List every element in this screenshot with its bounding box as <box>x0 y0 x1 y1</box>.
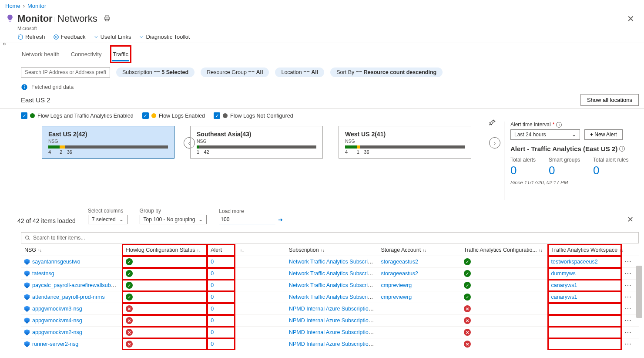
nsg-link[interactable]: paycalc_payroll-azurefirewallsubnet-arr <box>32 282 122 288</box>
show-all-locations-button[interactable]: Show all locations <box>580 94 639 106</box>
subscription-link[interactable]: Network Traffic Analytics Subscription 3 <box>289 282 377 288</box>
col-subscription[interactable]: Subscription↑↓ <box>285 244 377 256</box>
select-columns-dropdown[interactable]: 7 selected⌄ <box>88 215 127 224</box>
total-alerts-label: Total alerts <box>510 157 536 163</box>
alert-link[interactable]: 0 <box>211 306 214 312</box>
col-nsg[interactable]: NSG↑↓ <box>21 244 122 256</box>
col-alert[interactable]: Alert <box>207 244 235 256</box>
nsg-link[interactable]: runner-server2-nsg <box>32 341 78 347</box>
row-actions-button[interactable]: ··· <box>625 341 632 347</box>
refresh-button[interactable]: Refresh <box>17 34 45 40</box>
row-actions-button[interactable]: ··· <box>625 317 632 324</box>
filter-subscription[interactable]: Subscription == 5 Selected <box>116 68 195 77</box>
info-icon[interactable]: i <box>556 122 562 128</box>
row-actions-button[interactable]: ··· <box>625 270 632 277</box>
info-icon[interactable]: i <box>619 146 625 152</box>
table-row[interactable]: tatestnsg ✓ 0 Network Traffic Analytics … <box>21 268 639 280</box>
nsg-link[interactable]: tatestnsg <box>32 270 54 277</box>
check-icon: ✓ <box>464 270 471 277</box>
grid-close-icon[interactable]: ✕ <box>622 215 639 224</box>
location-card[interactable]: West US 2(41) NSG 4136 <box>339 126 471 159</box>
checkbox-notconfig[interactable]: ✓ <box>214 112 220 119</box>
subscription-link[interactable]: NPMD Internal Azure Subscription 1 <box>289 306 376 312</box>
nsg-link[interactable]: appgwmockvm3-nsg <box>32 306 82 312</box>
alert-interval-dropdown[interactable]: Last 24 hours⌄ <box>510 129 580 140</box>
col-ta-config[interactable]: Traffic Analytics Configuratio...↑↓ <box>460 244 548 256</box>
alert-link[interactable]: 0 <box>211 270 214 277</box>
alert-link[interactable]: 0 <box>211 341 214 347</box>
filter-resource-group[interactable]: Resource Group == All <box>201 68 269 77</box>
grid-filter-input[interactable]: Search to filter items... <box>21 232 639 243</box>
check-icon: ✓ <box>464 282 471 289</box>
workspace-link[interactable]: canaryws1 <box>551 294 577 300</box>
total-rules-value[interactable]: 0 <box>593 164 628 177</box>
filter-location[interactable]: Location == All <box>275 68 324 77</box>
checkbox-enabled[interactable]: ✓ <box>21 112 27 119</box>
load-more-go-icon[interactable]: ➜ <box>278 216 283 223</box>
subscription-link[interactable]: NPMD Internal Azure Subscription 1 <box>289 329 376 335</box>
alert-link[interactable]: 0 <box>211 282 214 288</box>
print-icon[interactable] <box>104 15 111 23</box>
subscription-link[interactable]: Network Traffic Analytics Subscription 3 <box>289 270 377 277</box>
alert-link[interactable]: 0 <box>211 329 214 335</box>
storage-link[interactable]: cmpreviewrg <box>381 294 412 300</box>
nsg-link[interactable]: appgwmockvm2-nsg <box>32 329 82 335</box>
scrollbar[interactable] <box>636 266 642 318</box>
alert-link[interactable]: 0 <box>211 259 214 265</box>
load-more-input[interactable] <box>219 215 275 224</box>
crumb-home[interactable]: Home <box>5 3 20 9</box>
new-alert-button[interactable]: + New Alert <box>584 129 623 140</box>
subscription-link[interactable]: NPMD Internal Azure Subscription 1 <box>289 317 376 324</box>
subscription-link[interactable]: Network Traffic Analytics Subscription 3 <box>289 259 377 265</box>
col-storage[interactable]: Storage Account↑↓ <box>377 244 460 256</box>
col-flowlog[interactable]: Flowlog Configuration Status↑↓ <box>122 244 208 256</box>
next-card-button[interactable]: › <box>489 137 500 149</box>
svg-rect-0 <box>105 16 109 17</box>
storage-link[interactable]: cmpreviewrg <box>381 282 412 288</box>
tab-connectivity[interactable]: Connectivity <box>70 47 103 61</box>
workspace-link[interactable]: testworkspaceeus2 <box>551 259 598 265</box>
smart-groups-value[interactable]: 0 <box>549 164 580 177</box>
group-by-dropdown[interactable]: Top 100 - No grouping⌄ <box>140 215 207 224</box>
diagnostic-toolkit-button[interactable]: Diagnostic Toolkit <box>139 34 190 40</box>
table-row[interactable]: runner-server2-nsg ✕ 0 NPMD Internal Azu… <box>21 338 639 350</box>
row-actions-button[interactable]: ··· <box>625 329 632 335</box>
subscription-link[interactable]: NPMD Internal Azure Subscription 1 <box>289 341 376 347</box>
search-ip-input[interactable] <box>21 67 110 78</box>
workspace-link[interactable]: canaryws1 <box>551 282 577 288</box>
filter-sortby[interactable]: Sort By == Resource count descending <box>330 68 443 77</box>
location-card[interactable]: East US 2(42) NSG 4236 <box>42 126 174 159</box>
row-actions-button[interactable]: ··· <box>625 282 632 288</box>
close-icon[interactable]: ✕ <box>623 12 639 26</box>
table-row[interactable]: paycalc_payroll-azurefirewallsubnet-arr … <box>21 280 639 291</box>
tab-network-health[interactable]: Network health <box>21 47 60 61</box>
storage-link[interactable]: storageeastus2 <box>381 270 418 277</box>
subscription-link[interactable]: Network Traffic Analytics Subscription 3 <box>289 294 377 300</box>
table-row[interactable]: appgwmockvm4-nsg ✕ 0 NPMD Internal Azure… <box>21 315 639 327</box>
tab-traffic[interactable]: Traffic <box>112 47 129 61</box>
location-card[interactable]: Southeast Asia(43) NSG 142 <box>190 126 323 159</box>
storage-link[interactable]: storageeastus2 <box>381 259 418 265</box>
row-actions-button[interactable]: ··· <box>625 294 632 300</box>
table-row[interactable]: attendance_payroll-prod-nrms ✓ 0 Network… <box>21 291 639 303</box>
alert-link[interactable]: 0 <box>211 294 214 300</box>
refresh-icon <box>17 34 23 40</box>
col-ta-workspace[interactable]: Traffic Analytics Workspace↑↓ <box>548 244 621 256</box>
table-row[interactable]: appgwmockvm3-nsg ✕ 0 NPMD Internal Azure… <box>21 303 639 315</box>
nsg-link[interactable]: attendance_payroll-prod-nrms <box>32 294 105 300</box>
table-row[interactable]: appgwmockvm2-nsg ✕ 0 NPMD Internal Azure… <box>21 327 639 338</box>
nsg-link[interactable]: appgwmockvm4-nsg <box>32 317 82 324</box>
crumb-monitor[interactable]: Monitor <box>27 3 46 9</box>
useful-links-button[interactable]: Useful Links <box>94 34 131 40</box>
table-row[interactable]: sayantannsgeustwo ✓ 0 Network Traffic An… <box>21 256 639 268</box>
total-alerts-value[interactable]: 0 <box>510 164 536 177</box>
chevron-down-icon: ⌄ <box>198 216 203 223</box>
row-actions-button[interactable]: ··· <box>625 259 632 265</box>
feedback-button[interactable]: Feedback <box>53 34 86 40</box>
expand-toggle-icon[interactable]: » <box>3 40 6 47</box>
row-actions-button[interactable]: ··· <box>625 306 632 312</box>
checkbox-flowlogs[interactable]: ✓ <box>142 112 149 119</box>
nsg-link[interactable]: sayantannsgeustwo <box>32 259 80 265</box>
workspace-link[interactable]: dummyws <box>551 270 576 277</box>
alert-link[interactable]: 0 <box>211 317 214 324</box>
